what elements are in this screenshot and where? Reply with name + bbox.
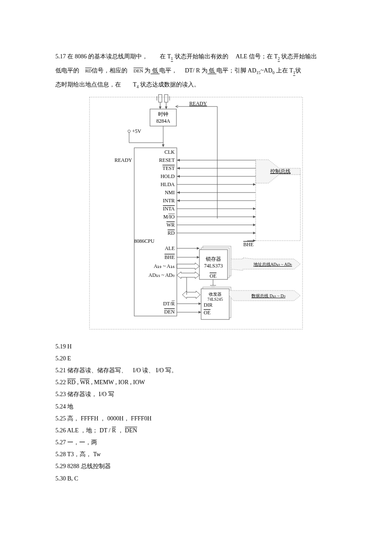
diagram-mio: M/IO (163, 214, 175, 220)
a526-den: DEN (125, 427, 137, 434)
diagram-hlda: HLDA (161, 181, 175, 187)
diagram-oe: OE (210, 273, 216, 279)
diagram-ready2-label: READY (115, 157, 133, 163)
a526-prefix: 5.26 ALE ，地； DT / (55, 427, 112, 434)
diagram-cpu-label: 8086CPU (134, 238, 155, 244)
diagram-8086: READY 时钟 8284A +5V READY CLK RESET TEST … (55, 94, 337, 336)
answer-5-26: 5.26 ALE ，地； DT / R ， DEN (55, 425, 337, 436)
diagram-intr: INTR (163, 198, 175, 204)
diagram-latch2: 74LS373 (204, 263, 223, 269)
q517-ad15: 15 (257, 70, 261, 75)
q517-l2d: 电平， DT/ R 为 (159, 67, 207, 74)
answer-5-24: 5.24 地 (55, 401, 337, 412)
a522-rd: RD (67, 379, 75, 385)
diagram-latch1: 锁存器 (205, 256, 221, 262)
svg-marker-29 (177, 199, 180, 202)
diagram-nmi: NMI (165, 190, 175, 196)
diagram-ad15ad0: AD₁₅ ~ AD₀ (149, 272, 175, 278)
diagram-8284a-label: 8284A (156, 118, 170, 124)
q517-text-2: 状态开始输出有效的 ALE 信号；在 T (173, 53, 278, 60)
diagram-dir: DIR (204, 302, 213, 308)
answer-5-28: 5.28 T3，高， Tw (55, 449, 337, 460)
diagram-clk: CLK (164, 149, 175, 155)
diagram-trans1: 收发器 (209, 292, 222, 296)
q517-l3b: 状态达成数据的读入。 (139, 81, 200, 88)
answer-5-27: 5.27 一，一，两 (55, 437, 337, 448)
q517-l2f: 上在 T (274, 67, 293, 74)
diagram-hold: HOLD (161, 173, 175, 179)
a526-r: R (112, 427, 116, 434)
answer-5-21: 5.21 储存器读、储存器写、 I/O 读、 I/O 写。 (55, 365, 337, 376)
q517-b2: 低 (208, 67, 216, 74)
diagram-addrbus: 地址总线AD₁₉ ~ AD₀ (253, 262, 292, 267)
q517-text-2b: 状态开始输出 (280, 53, 317, 60)
diagram-rd: RD (167, 230, 175, 236)
diagram-reset: RESET (159, 157, 175, 163)
diagram-a19a16: A₁₉ ~ A₁₆ (154, 263, 175, 269)
diagram-inta: INTA (163, 206, 175, 212)
diagram-oe2: OE (204, 310, 210, 316)
svg-marker-24 (177, 175, 180, 178)
svg-point-12 (128, 130, 130, 132)
svg-marker-20 (177, 159, 180, 161)
answer-5-25: 5.25 高， FFFFH ， 0000H， FFFF0H (55, 413, 337, 424)
diagram-bhe2: BHE (243, 242, 254, 247)
answer-5-29: 5.29 8288 总线控制器 (55, 461, 337, 472)
q517-l3a: 态时期给出地点信息，在 T (55, 81, 137, 88)
q517-l2a: 低电平的 (55, 67, 85, 74)
diagram-databus: 数据总线 D₁₅ ~ D₀ (251, 293, 285, 298)
a526-c: ， (116, 427, 125, 434)
q517-den: DEN (133, 68, 143, 73)
a522-c1: , (75, 379, 80, 385)
diagram-ale: ALE (165, 245, 175, 251)
q517-tilde: ~AD (261, 67, 273, 74)
answer-5-22: 5.22 RD , WR , MEMW , IOR , IOW (55, 377, 337, 388)
diagram-clock-label: 时钟 (158, 111, 168, 117)
diagram-bhe: BHE (164, 254, 175, 260)
answer-5-23: 5.23 储存器读， I/O 写 (55, 389, 337, 400)
q517-l2e: 电平；引脚 AD (216, 67, 257, 74)
q517-text-1: 5.17 在 8086 的基本读总线周期中， 在 T (55, 53, 171, 60)
svg-rect-1 (159, 95, 162, 102)
svg-marker-22 (177, 167, 180, 170)
diagram-wr: WR (167, 222, 175, 228)
diagram-den-pin: DEN (164, 309, 175, 315)
question-5-17: 5.17 在 8086 的基本读总线周期中， 在 T1 状态开始输出有效的 AL… (55, 51, 337, 63)
q517-l2g: 状 (295, 67, 301, 74)
answer-5-19: 5.19 H (55, 341, 337, 352)
diagram-svg: READY 时钟 8284A +5V READY CLK RESET TEST … (85, 94, 307, 332)
answer-5-30: 5.30 B, C (55, 473, 337, 484)
diagram-dtr-pin: DT/R (163, 301, 175, 307)
svg-marker-27 (177, 191, 180, 194)
q517-b1: 低 (150, 67, 159, 74)
q517-l2c: 为 (143, 67, 151, 74)
diagram-5v-label: +5V (132, 128, 141, 134)
diagram-ctrlbus: 控制总线 (270, 168, 291, 174)
diagram-test: TEST (162, 165, 175, 171)
q517-rd: RD (85, 68, 92, 73)
a522-rest: , MEMW , IOR , IOW (89, 379, 145, 385)
question-5-17-line3: 态时期给出地点信息，在 T4 状态达成数据的读入。 (55, 79, 337, 91)
a522-prefix: 5.22 (55, 379, 67, 385)
q517-l2b: 信号，相应的 (92, 67, 133, 74)
diagram-ready-label: READY (189, 101, 207, 106)
a522-wr: WR (80, 379, 90, 385)
question-5-17-line2: 低电平的 RD信号，相应的 DEN 为 低 电平， DT/ R 为 低 电平；引… (55, 65, 337, 77)
diagram-trans2: 74LS245 (208, 297, 223, 302)
answer-5-20: 5.20 E (55, 353, 337, 364)
svg-rect-2 (164, 95, 168, 102)
